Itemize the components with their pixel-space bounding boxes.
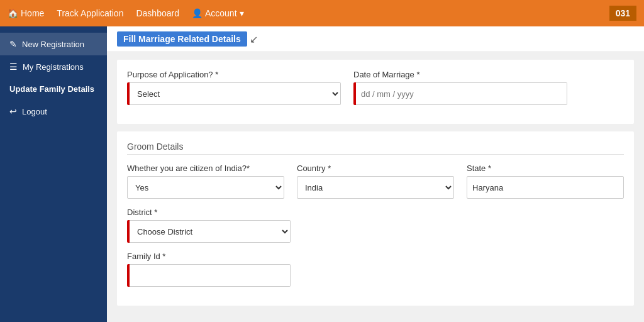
list-icon: ☰ [9,62,18,72]
edit-icon: ✎ [9,39,17,49]
country-label: Country * [297,164,454,173]
state-group: State * [467,164,624,199]
date-input-wrapper [353,82,567,105]
marriage-details-section: Purpose of Application? * Select Date of… [117,60,634,124]
district-label: District * [127,208,291,217]
main-content: Fill Marriage Related Details ↙ Purpose … [107,26,644,322]
nav-home[interactable]: 🏠 Home [8,8,44,18]
badge-text: 031 [616,8,630,18]
district-select[interactable]: Choose District [130,220,291,243]
family-id-input-wrapper [127,264,291,287]
nav-dashboard[interactable]: Dashboard [136,8,179,18]
country-group: Country * India [297,164,454,199]
citizen-country-state-row: Whether you are citizen of India?* Yes C… [127,164,624,199]
groom-details-section: Groom Details Whether you are citizen of… [117,131,634,306]
sidebar: ✎ New Registration ☰ My Registrations Up… [0,26,107,322]
date-input[interactable] [356,82,567,105]
family-id-group: Family Id * [127,252,291,287]
page-title: Fill Marriage Related Details [117,31,247,47]
nav-account-label: Account [205,8,237,18]
nav-track-label: Track Application [57,8,123,18]
nav-home-label: Home [21,8,44,18]
district-group: District * Choose District [127,208,291,243]
groom-section-header: Groom Details [127,142,624,155]
user-badge: 031 [609,6,636,21]
district-input-wrapper: Choose District [127,220,291,243]
purpose-group: Purpose of Application? * Select [127,70,341,105]
state-label: State * [467,164,624,173]
nav-track[interactable]: Track Application [57,8,123,18]
purpose-label: Purpose of Application? * [127,70,341,79]
chevron-down-icon: ▾ [240,8,244,18]
sidebar-item-my-registrations[interactable]: ☰ My Registrations [0,55,107,78]
sidebar-item-logout[interactable]: ↩ Logout [0,100,107,123]
citizen-label: Whether you are citizen of India?* [127,164,284,173]
citizen-group: Whether you are citizen of India?* Yes [127,164,284,199]
account-icon: 👤 [192,8,203,18]
sidebar-item-update-family[interactable]: Update Family Details [0,78,107,100]
date-label: Date of Marriage * [353,70,567,79]
sidebar-item-new-registration[interactable]: ✎ New Registration [0,33,107,55]
citizen-select[interactable]: Yes [127,176,284,199]
nav-account[interactable]: 👤 Account ▾ [192,8,244,18]
page-header: Fill Marriage Related Details ↙ [107,26,644,52]
navbar: 🏠 Home Track Application Dashboard 👤 Acc… [0,0,644,26]
home-icon: 🏠 [8,8,18,18]
sidebar-my-registrations-label: My Registrations [23,62,84,72]
family-id-label: Family Id * [127,252,291,261]
country-select[interactable]: India [297,176,454,199]
purpose-select[interactable]: Select [130,82,341,105]
family-id-row: Family Id * [127,252,624,287]
district-row: District * Choose District [127,208,624,243]
purpose-input-wrapper: Select [127,82,341,105]
purpose-date-row: Purpose of Application? * Select Date of… [127,70,624,105]
sidebar-update-family-label: Update Family Details [9,84,94,94]
family-id-input[interactable] [130,264,291,287]
nav-dashboard-label: Dashboard [136,8,179,18]
state-input[interactable] [467,176,624,199]
logout-icon: ↩ [9,106,17,116]
sidebar-logout-label: Logout [22,107,47,116]
main-layout: ✎ New Registration ☰ My Registrations Up… [0,26,644,322]
sidebar-new-registration-label: New Registration [22,40,84,49]
date-group: Date of Marriage * [353,70,567,105]
cursor-indicator: ↙ [250,33,258,45]
